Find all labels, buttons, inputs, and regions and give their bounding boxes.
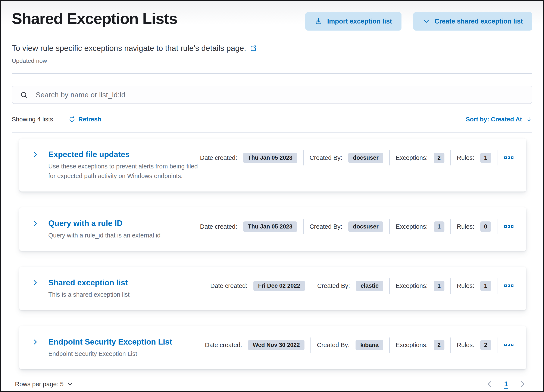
date-created-label: Date created: — [205, 342, 242, 349]
import-exception-list-button[interactable]: Import exception list — [305, 12, 401, 30]
list-footer: Rows per page: 5 1 — [15, 379, 528, 392]
expand-list-button[interactable] — [32, 338, 39, 346]
search-input[interactable] — [12, 86, 532, 104]
page-title: Shared Exception Lists — [12, 10, 177, 27]
exceptions-label: Exceptions: — [396, 223, 428, 230]
exception-list-description: Use these exceptions to prevent alerts f… — [48, 162, 198, 181]
created-by-badge: elastic — [356, 281, 383, 291]
chevron-right-icon — [519, 380, 527, 388]
exceptions-label: Exceptions: — [396, 154, 428, 161]
meta-divider — [303, 150, 304, 166]
date-created-badge: Wed Nov 30 2022 — [248, 340, 304, 350]
exceptions-count-badge: 2 — [434, 340, 444, 350]
rules-count-badge: 0 — [480, 221, 491, 232]
exception-list-name-link[interactable]: Endpoint Security Exception List — [48, 337, 172, 347]
meta-divider — [389, 219, 390, 234]
exception-list-card: Endpoint Security Exception List Endpoin… — [19, 326, 526, 369]
exception-list-card: Expected file updates Use these exceptio… — [19, 138, 526, 191]
boxes-horizontal-icon — [504, 285, 514, 287]
created-by-badge: kibana — [355, 340, 383, 350]
import-icon — [315, 18, 322, 25]
rules-label: Rules: — [457, 223, 474, 230]
refresh-button[interactable]: Refresh — [69, 116, 101, 123]
chevron-right-icon — [32, 279, 39, 286]
actions-menu-button[interactable] — [503, 341, 514, 349]
rows-per-page-button[interactable]: Rows per page: 5 — [15, 381, 73, 388]
created-by-label: Created By: — [310, 154, 342, 161]
actions-menu-button[interactable] — [503, 223, 514, 230]
previous-page-button[interactable] — [484, 379, 495, 389]
import-button-label: Import exception list — [327, 18, 392, 25]
chevron-down-icon — [67, 381, 73, 387]
exception-list-meta: Date created: Wed Nov 30 2022 Created By… — [205, 338, 514, 353]
meta-divider — [497, 338, 497, 353]
exception-list-card: Shared exception list This is a shared e… — [19, 267, 526, 310]
create-button-label: Create shared exception list — [435, 18, 523, 25]
header-actions: Import exception list Create shared exce… — [305, 12, 532, 30]
created-by-badge: docsuser — [348, 153, 383, 163]
created-by-label: Created By: — [317, 342, 349, 349]
updated-status: Updated now — [12, 58, 532, 64]
exception-list-meta: Date created: Fri Dec 02 2022 Created By… — [210, 278, 514, 294]
search-bar — [12, 86, 532, 104]
create-shared-exception-list-button[interactable]: Create shared exception list — [413, 12, 532, 30]
exception-list-meta: Date created: Thu Jan 05 2023 Created By… — [200, 219, 514, 234]
exception-list-name-link[interactable]: Query with a rule ID — [48, 219, 122, 228]
date-created-label: Date created: — [200, 223, 237, 230]
boxes-horizontal-icon — [504, 344, 514, 346]
exception-list-description: Query with a rule_id that is an external… — [48, 231, 161, 240]
page-number-1[interactable]: 1 — [504, 380, 508, 388]
next-page-button[interactable] — [517, 379, 528, 389]
refresh-label: Refresh — [78, 116, 101, 123]
showing-count-text: Showing 4 lists — [12, 116, 53, 123]
date-created-label: Date created: — [210, 282, 248, 289]
external-link-icon[interactable] — [249, 44, 257, 52]
list-toolbar: Showing 4 lists Refresh Sort by: Created… — [12, 114, 532, 125]
expand-list-button[interactable] — [32, 279, 39, 287]
meta-divider — [450, 150, 451, 166]
expand-list-button[interactable] — [32, 151, 39, 159]
meta-divider — [450, 338, 451, 353]
created-by-label: Created By: — [310, 223, 342, 230]
created-by-label: Created By: — [317, 282, 350, 289]
chevron-right-icon — [32, 151, 39, 158]
exception-lists: Expected file updates Use these exceptio… — [19, 138, 526, 369]
meta-divider — [389, 278, 390, 294]
exceptions-count-badge: 1 — [434, 281, 444, 291]
chevron-right-icon — [32, 338, 39, 346]
toolbar-divider — [61, 114, 61, 125]
exception-list-name-link[interactable]: Shared exception list — [48, 278, 128, 288]
created-by-badge: docsuser — [348, 221, 383, 232]
meta-divider — [310, 338, 311, 353]
page-subtitle: To view rule specific exceptions navigat… — [12, 44, 246, 53]
expand-list-button[interactable] — [32, 220, 39, 228]
meta-divider — [311, 278, 311, 294]
rules-label: Rules: — [457, 282, 474, 289]
header-divider — [12, 73, 532, 74]
chevron-left-icon — [485, 380, 494, 388]
pagination: 1 — [484, 379, 528, 389]
meta-divider — [497, 219, 497, 234]
rules-label: Rules: — [457, 342, 474, 349]
page-subtitle-row: To view rule specific exceptions navigat… — [12, 44, 532, 53]
chevron-down-icon — [423, 18, 430, 25]
date-created-label: Date created: — [200, 154, 237, 161]
actions-menu-button[interactable] — [503, 282, 514, 290]
exception-list-name-link[interactable]: Expected file updates — [48, 150, 130, 160]
meta-divider — [389, 150, 390, 166]
exception-list-meta: Date created: Thu Jan 05 2023 Created By… — [200, 150, 514, 166]
rules-count-badge: 2 — [480, 340, 491, 350]
exception-list-description: This is a shared exception list — [48, 290, 130, 299]
refresh-icon — [69, 116, 75, 123]
meta-divider — [497, 278, 497, 294]
meta-divider — [450, 219, 451, 234]
sort-by-button[interactable]: Sort by: Created At — [466, 116, 532, 123]
boxes-horizontal-icon — [504, 225, 514, 228]
exceptions-count-badge: 1 — [434, 221, 444, 232]
page-header: Shared Exception Lists Import exception … — [12, 10, 532, 30]
actions-menu-button[interactable] — [503, 154, 514, 162]
exception-list-card: Query with a rule ID Query with a rule_i… — [19, 207, 526, 251]
exceptions-count-badge: 2 — [434, 153, 444, 163]
meta-divider — [450, 278, 451, 294]
meta-divider — [497, 150, 497, 166]
